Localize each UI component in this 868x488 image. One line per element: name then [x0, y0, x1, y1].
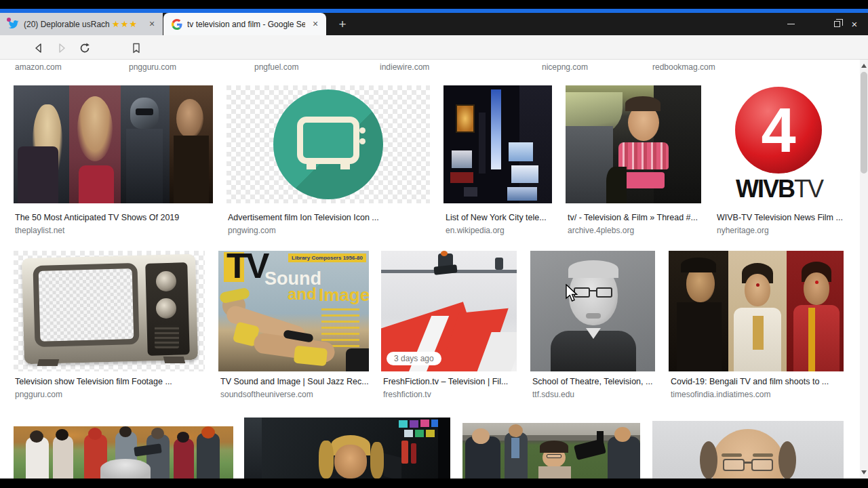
cover-and: and	[288, 285, 317, 304]
result-image-timesofindia[interactable]	[669, 251, 844, 371]
result-domain: freshfiction.tv	[383, 390, 517, 399]
cover-tv: TV	[226, 251, 267, 286]
result-title[interactable]: List of New York City tele...	[446, 213, 553, 222]
result-image-theplaylist[interactable]	[14, 85, 213, 203]
scrollbar[interactable]	[860, 60, 868, 479]
result-title[interactable]: School of Theatre, Television, ...	[532, 377, 656, 386]
letterbox-bottom	[0, 479, 868, 488]
result-title[interactable]: TV Sound and Image | Soul Jazz Rec...	[220, 377, 370, 386]
result-domain: pngguru.com	[129, 62, 176, 72]
search-results: amazon.com pngguru.com pngfuel.com indie…	[0, 60, 868, 479]
result-image-4plebs[interactable]	[566, 85, 701, 203]
result-image-pngguru[interactable]	[14, 251, 205, 371]
result-image-freshfiction[interactable]: 3 days ago	[381, 251, 517, 371]
result-domain: nicepng.com	[542, 62, 588, 72]
tab-twitter[interactable]: (20) Deplorable usRach ★★★ ×	[0, 13, 163, 35]
toolbar: google.com/search?q=tv+television+and+fi…	[0, 35, 868, 60]
result-title[interactable]: Television show Television film Footage …	[15, 377, 205, 386]
result-image-sdsu[interactable]	[530, 251, 655, 371]
wivb-number: 4	[735, 87, 822, 174]
result-domain: pngfuel.com	[254, 62, 298, 72]
result-image-wikipedia[interactable]	[443, 85, 552, 203]
result-image-nyheritage[interactable]: 4 WIVBTV	[715, 85, 844, 203]
result-image-row3-1[interactable]	[14, 426, 233, 479]
tab-close-icon[interactable]: ×	[146, 19, 157, 30]
result-domain: soundsoftheuniverse.com	[220, 390, 370, 399]
browser-window: (20) Deplorable usRach ★★★ × tv televisi…	[0, 0, 868, 488]
restore-button[interactable]	[827, 17, 846, 30]
result-image-pngwing[interactable]	[226, 85, 430, 203]
tab-google-search[interactable]: tv television and film - Google Sea ×	[163, 13, 326, 35]
result-domain: timesofindia.indiatimes.com	[671, 390, 844, 399]
cover-image: Image	[319, 285, 369, 306]
result-title[interactable]: Covid-19: Bengali TV and film shoots to …	[671, 377, 844, 386]
mouse-cursor	[565, 284, 578, 306]
result-domain: archive.4plebs.org	[568, 226, 702, 235]
result-domain: theplaylist.net	[15, 226, 213, 235]
tab-strip: (20) Deplorable usRach ★★★ × tv televisi…	[0, 13, 868, 35]
tab-title: (20) Deplorable usRach ★★★	[24, 19, 142, 29]
result-age-badge: 3 days ago	[387, 352, 441, 365]
window-close-button[interactable]: ×	[845, 17, 864, 30]
scroll-down-arrow[interactable]	[861, 470, 867, 474]
result-domain: ttf.sdsu.edu	[532, 390, 656, 399]
result-domain: indiewire.com	[380, 62, 429, 72]
refresh-button[interactable]	[79, 42, 91, 54]
result-title[interactable]: Advertisement film Ion Television Icon .…	[228, 213, 430, 222]
tab-title: tv television and film - Google Sea	[187, 20, 305, 29]
result-title[interactable]: tv/ - Television & Film » Thread #...	[568, 213, 702, 222]
twitter-icon	[8, 19, 19, 30]
result-domain: pngwing.com	[228, 226, 430, 235]
result-image-row3-3[interactable]	[462, 423, 640, 479]
scroll-up-arrow[interactable]	[861, 64, 867, 68]
result-title[interactable]: FreshFiction.tv – Television | Fil...	[383, 377, 517, 386]
google-favicon	[172, 19, 182, 30]
cover-box: Library Composers 1956-80	[288, 253, 366, 262]
result-domain: pngguru.com	[15, 390, 205, 399]
result-domain: redbookmag.com	[652, 62, 715, 72]
back-button[interactable]	[33, 42, 45, 54]
tab-close-icon[interactable]: ×	[310, 19, 321, 30]
result-domain: en.wikipedia.org	[446, 226, 553, 235]
scrollbar-thumb[interactable]	[861, 72, 867, 174]
restore-icon	[834, 21, 840, 27]
notification-dot	[7, 18, 11, 22]
result-title[interactable]: WIVB-TV Television News Film ...	[717, 213, 844, 222]
letterbox-top	[0, 0, 868, 9]
result-domain: nyheritage.org	[717, 226, 844, 235]
result-title[interactable]: The 50 Most Anticipated TV Shows Of 2019	[15, 213, 213, 222]
result-image-soundsoftheuniverse[interactable]: TV Sound and Image Library Composers 195…	[218, 251, 369, 371]
stars-glyph: ★★★	[112, 19, 138, 29]
minimize-icon	[787, 24, 795, 24]
result-domain: amazon.com	[15, 62, 62, 72]
result-image-row3-2[interactable]	[244, 418, 450, 479]
bookmark-icon[interactable]	[130, 42, 142, 54]
wivb-brand: WIVBTV	[715, 175, 844, 203]
forward-button[interactable]	[56, 42, 68, 54]
result-image-row3-4[interactable]	[652, 421, 844, 479]
new-tab-button[interactable]: +	[334, 16, 351, 33]
minimize-button[interactable]	[781, 17, 800, 30]
